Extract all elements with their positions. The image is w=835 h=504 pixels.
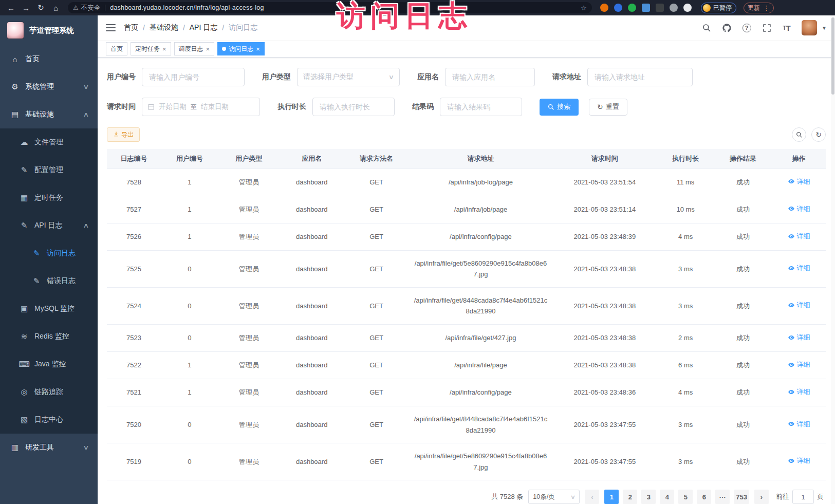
- result-code-input[interactable]: [440, 98, 522, 116]
- search-button[interactable]: 搜索: [540, 99, 579, 116]
- chevron-down-icon: ∨: [570, 494, 576, 500]
- access-log-table: 日志编号用户编号用户类型应用名请求方法名请求地址请求时间执行时长操作结果操作 7…: [107, 149, 826, 480]
- sidebar-item-access-log[interactable]: ✎访问日志: [0, 239, 98, 267]
- page-button-4[interactable]: 4: [660, 490, 674, 504]
- sidebar-item-system[interactable]: ⚙系统管理∨: [0, 73, 98, 101]
- gray-person-extension-icon[interactable]: [670, 4, 678, 12]
- user-avatar[interactable]: [802, 20, 817, 35]
- breadcrumb-api-log[interactable]: API 日志: [190, 23, 217, 32]
- page-button-6[interactable]: 6: [697, 490, 711, 504]
- fullscreen-icon[interactable]: [762, 23, 772, 33]
- sidebar-item-mysql[interactable]: ▣MySQL 监控: [0, 295, 98, 323]
- puzzle-extension-icon[interactable]: [683, 4, 692, 12]
- browser-menu-icon[interactable]: ⋮: [763, 4, 770, 12]
- font-size-icon[interactable]: TT: [782, 23, 792, 33]
- scrollbar[interactable]: [831, 15, 835, 504]
- sidebar-item-error-log[interactable]: ✎错误日志: [0, 267, 98, 295]
- green-circle-extension-icon[interactable]: [628, 4, 636, 12]
- tag-access-log[interactable]: 访问日志×: [217, 42, 265, 55]
- user-menu-caret-icon[interactable]: ▼: [822, 25, 827, 31]
- sidebar-item-file[interactable]: ☁文件管理: [0, 128, 98, 156]
- sidebar-item-dev-tools[interactable]: ▥研发工具∨: [0, 434, 98, 461]
- page-size-select[interactable]: 10条/页 ∨: [528, 490, 580, 504]
- user-id-input[interactable]: [142, 68, 245, 86]
- detail-link[interactable]: 详细: [788, 263, 810, 273]
- page-button-1[interactable]: 1: [604, 490, 619, 504]
- close-icon[interactable]: ×: [256, 46, 260, 52]
- sidebar-item-trace[interactable]: ◎链路追踪: [0, 378, 98, 406]
- tag-home[interactable]: 首页: [106, 42, 127, 55]
- page-ellipsis[interactable]: ···: [715, 490, 730, 504]
- blue-shield-extension-icon[interactable]: [614, 4, 622, 12]
- detail-link[interactable]: 详细: [788, 455, 810, 466]
- cell-user-id: 0: [161, 251, 218, 288]
- tag-job[interactable]: 定时任务×: [131, 42, 171, 55]
- sidebar-item-job[interactable]: ▦定时任务: [0, 184, 98, 212]
- user-type-select[interactable]: 请选择用户类型 ∨: [297, 68, 400, 86]
- bookmark-star-icon[interactable]: ☆: [581, 4, 587, 12]
- chevron-down-icon: ∨: [83, 444, 89, 451]
- refresh-table-button[interactable]: ↻: [811, 127, 826, 142]
- duration-input[interactable]: [312, 98, 395, 116]
- paused-label: 已暂停: [713, 4, 732, 12]
- sidebar-item-infra[interactable]: ▤基础设施∧: [0, 101, 98, 128]
- breadcrumb-home[interactable]: 首页: [124, 23, 138, 32]
- github-icon[interactable]: [721, 23, 732, 33]
- page-button-2[interactable]: 2: [623, 490, 637, 504]
- goto-page-input[interactable]: [792, 490, 814, 504]
- prev-page-button[interactable]: ‹: [585, 490, 599, 504]
- sidebar-item-home[interactable]: ⌂首页: [0, 45, 98, 73]
- sidebar-item-redis[interactable]: ≋Redis 监控: [0, 323, 98, 350]
- cell-log-id: 7523: [107, 324, 161, 351]
- blue-grid-extension-icon[interactable]: [642, 4, 650, 12]
- scrollbar-thumb[interactable]: [831, 17, 834, 95]
- tag-job-log[interactable]: 调度日志×: [174, 42, 215, 55]
- help-icon[interactable]: ?: [741, 23, 752, 33]
- app-name-input[interactable]: [445, 68, 535, 86]
- tags-bar: 首页 定时任务× 调度日志× 访问日志×: [98, 41, 835, 58]
- detail-link[interactable]: 详细: [788, 419, 810, 430]
- request-time-range-picker[interactable]: 开始日期 至 结束日期: [142, 98, 260, 116]
- breadcrumb-infra[interactable]: 基础设施: [150, 23, 178, 32]
- search-toggle-button[interactable]: [792, 127, 806, 142]
- sidebar-item-config[interactable]: ✎配置管理: [0, 156, 98, 184]
- page-button-3[interactable]: 3: [641, 490, 656, 504]
- sidebar-item-api-log[interactable]: ✎API 日志∧: [0, 212, 98, 239]
- close-icon[interactable]: ×: [162, 46, 166, 52]
- sidebar-item-java[interactable]: ⌨Java 监控: [0, 350, 98, 378]
- profile-paused-badge[interactable]: 已暂停: [701, 3, 736, 13]
- eye-icon: [788, 265, 795, 272]
- address-bar[interactable]: ⚠ 不安全 dashboard.yudao.iocoder.cn/infra/l…: [68, 2, 592, 13]
- reset-button[interactable]: ↻ 重置: [589, 99, 627, 116]
- request-time-label: 请求时间: [107, 102, 136, 111]
- detail-link[interactable]: 详细: [788, 231, 810, 241]
- hamburger-icon[interactable]: [106, 24, 116, 31]
- request-url-input[interactable]: [587, 68, 693, 86]
- page-button-753[interactable]: 753: [734, 490, 749, 504]
- cell-log-id: 7524: [107, 287, 161, 324]
- row-actions: 详细: [772, 443, 826, 480]
- cell-duration: 4 ms: [657, 223, 714, 250]
- next-page-button[interactable]: ›: [754, 490, 769, 504]
- breadcrumb: 首页/ 基础设施/ API 日志/ 访问日志: [124, 23, 257, 32]
- browser-home-icon[interactable]: ⌂: [49, 4, 63, 12]
- page-button-5[interactable]: 5: [678, 490, 693, 504]
- detail-link[interactable]: 详细: [788, 203, 810, 214]
- browser-update-button[interactable]: 更新 ⋮: [744, 3, 774, 13]
- orange-extension-icon[interactable]: [600, 4, 608, 12]
- cell-duration: 6 ms: [657, 351, 714, 379]
- detail-link[interactable]: 详细: [788, 386, 810, 397]
- app-logo[interactable]: 芋道管理系统: [0, 15, 98, 45]
- reload-icon[interactable]: ↻: [34, 3, 48, 12]
- dark-grid-extension-icon[interactable]: [656, 4, 664, 12]
- forward-icon[interactable]: →: [19, 4, 33, 12]
- search-icon[interactable]: [701, 23, 712, 33]
- detail-link[interactable]: 详细: [788, 359, 810, 370]
- detail-link[interactable]: 详细: [788, 332, 810, 343]
- back-icon[interactable]: ←: [4, 4, 18, 12]
- export-button[interactable]: 导出: [107, 127, 140, 142]
- detail-link[interactable]: 详细: [788, 300, 810, 310]
- detail-link[interactable]: 详细: [788, 176, 810, 187]
- close-icon[interactable]: ×: [206, 46, 210, 52]
- sidebar-item-log-center[interactable]: ▧日志中心: [0, 406, 98, 434]
